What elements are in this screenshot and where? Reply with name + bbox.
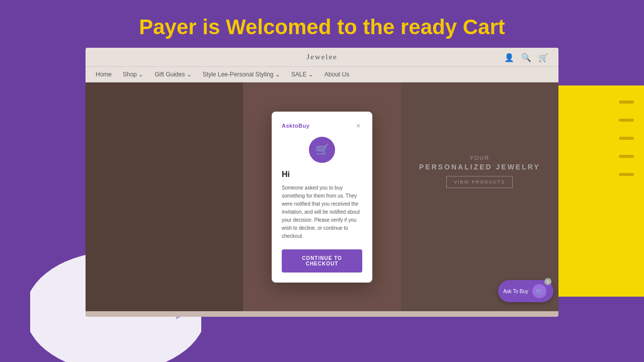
menu-home[interactable]: Home	[96, 71, 112, 78]
site-logo: Jewelee	[306, 53, 337, 61]
menu-gift-guides[interactable]: Gift Guides ⌄	[154, 71, 191, 78]
menu-shop[interactable]: Shop ⌄	[123, 71, 143, 78]
modal-overlay: AsktoBuy × 🛒 Hi Someone asked you to buy…	[86, 82, 558, 311]
account-icon[interactable]: 👤	[504, 52, 514, 62]
ask-to-buy-button[interactable]: 5 Ask To Buy 🛒	[498, 280, 553, 302]
notebook-line	[619, 119, 634, 122]
browser-navbar: Jewelee 👤 🔍 🛒	[86, 48, 558, 67]
page-heading: Payer is Welcomed to the ready Cart	[0, 15, 644, 39]
modal-close-button[interactable]: ×	[354, 122, 362, 130]
modal-cart-icon: 🛒	[309, 137, 335, 163]
browser-menu: Home Shop ⌄ Gift Guides ⌄ Style Lee-Pers…	[86, 67, 558, 82]
browser-content: ALL RINGS VIEW PRODUCTS YOUR PERSONALIZE…	[86, 82, 558, 311]
ask-to-buy-label: Ask To Buy	[503, 289, 528, 294]
notebook-line	[619, 173, 634, 176]
ask-to-buy-icon: 🛒	[532, 284, 546, 298]
continue-to-checkout-button[interactable]: CONTINUE TO CHECKOUT	[282, 249, 362, 273]
notebook-lines	[619, 101, 634, 176]
notebook-line	[619, 137, 634, 140]
modal-header: AsktoBuy ×	[282, 122, 362, 130]
modal-brand: AsktoBuy	[282, 123, 309, 129]
browser-window: Jewelee 👤 🔍 🛒 Home Shop ⌄ Gift Guides ⌄ …	[86, 48, 558, 317]
menu-sale[interactable]: SALE ⌄	[291, 71, 313, 78]
menu-style[interactable]: Style Lee-Personal Styling ⌄	[203, 71, 280, 78]
modal-greeting: Hi	[282, 170, 362, 179]
cart-icon[interactable]: 🛒	[538, 52, 548, 62]
modal-body: Someone asked you to buy something for t…	[282, 184, 362, 240]
modal-dialog: AsktoBuy × 🛒 Hi Someone asked you to buy…	[272, 112, 372, 283]
nav-icons: 👤 🔍 🛒	[504, 52, 548, 62]
cart-badge: 5	[544, 278, 551, 285]
modal-icon-wrap: 🛒	[282, 137, 362, 163]
menu-about[interactable]: About Us	[325, 71, 349, 78]
search-icon[interactable]: 🔍	[521, 52, 531, 62]
notebook-line	[619, 101, 634, 104]
notebook-line	[619, 155, 634, 158]
